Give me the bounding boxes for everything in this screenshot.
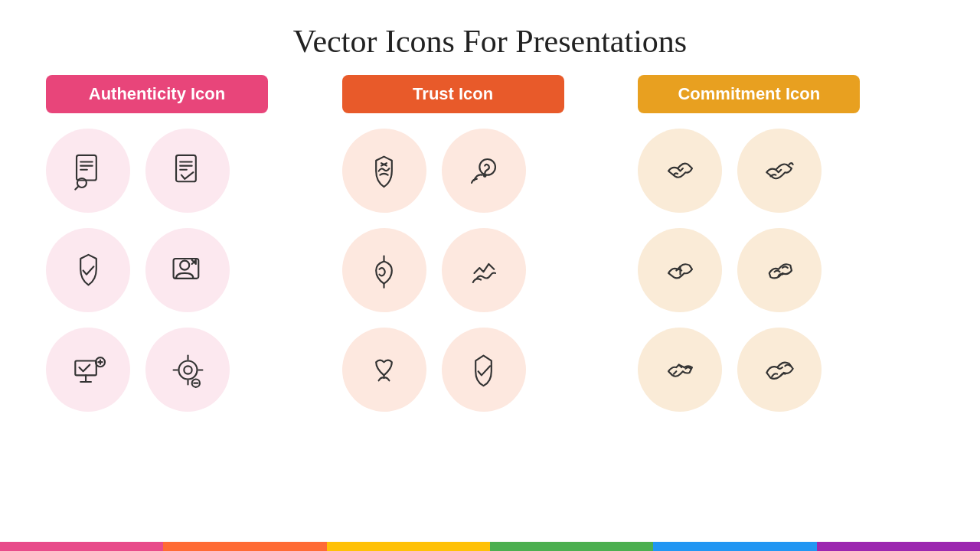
authenticity-row-1 bbox=[46, 129, 230, 213]
bottom-bar bbox=[0, 542, 980, 551]
commitment-column: Commitment Icon bbox=[638, 75, 934, 427]
bar-1 bbox=[0, 542, 163, 551]
svg-point-29 bbox=[484, 174, 486, 177]
commit-icon-2 bbox=[737, 129, 822, 213]
trust-row-3 bbox=[342, 328, 526, 412]
bar-6 bbox=[817, 542, 980, 551]
svg-line-5 bbox=[75, 186, 78, 189]
authenticity-row-3 bbox=[46, 328, 230, 412]
trust-icon-1 bbox=[342, 129, 426, 213]
page-title: Vector Icons For Presentations bbox=[0, 0, 980, 75]
commitment-row-2 bbox=[638, 228, 822, 312]
authenticity-row-2 bbox=[46, 228, 230, 312]
trust-column: Trust Icon bbox=[342, 75, 639, 427]
bar-3 bbox=[327, 542, 490, 551]
svg-rect-0 bbox=[77, 155, 96, 180]
trust-row-2 bbox=[342, 228, 526, 312]
svg-point-11 bbox=[180, 260, 189, 269]
commitment-row-3 bbox=[638, 328, 822, 412]
trust-icon-2 bbox=[442, 129, 526, 213]
trust-header: Trust Icon bbox=[342, 75, 564, 113]
auth-icon-4 bbox=[145, 228, 230, 312]
commit-icon-4 bbox=[737, 228, 822, 312]
trust-row-1 bbox=[342, 129, 526, 213]
auth-icon-1 bbox=[46, 129, 130, 213]
auth-icon-2 bbox=[145, 129, 230, 213]
svg-point-19 bbox=[184, 366, 191, 373]
trust-icon-5 bbox=[342, 328, 426, 412]
commitment-header: Commitment Icon bbox=[638, 75, 860, 113]
trust-icon-6 bbox=[442, 328, 526, 412]
bar-2 bbox=[163, 542, 326, 551]
commit-icon-3 bbox=[638, 228, 722, 312]
authenticity-column: Authenticity Icon bbox=[46, 75, 342, 427]
authenticity-header: Authenticity Icon bbox=[46, 75, 268, 113]
commit-icon-6 bbox=[737, 328, 822, 412]
auth-icon-5 bbox=[46, 328, 130, 412]
auth-icon-6 bbox=[145, 328, 230, 412]
main-content: Authenticity Icon bbox=[0, 75, 980, 427]
svg-point-18 bbox=[178, 360, 197, 379]
trust-icon-3 bbox=[342, 228, 426, 312]
bar-5 bbox=[653, 542, 816, 551]
bar-4 bbox=[490, 542, 653, 551]
commit-icon-1 bbox=[638, 129, 722, 213]
commitment-row-1 bbox=[638, 129, 822, 213]
auth-icon-3 bbox=[46, 228, 130, 312]
svg-point-28 bbox=[480, 159, 496, 175]
trust-icon-4 bbox=[442, 228, 526, 312]
commit-icon-5 bbox=[638, 328, 722, 412]
